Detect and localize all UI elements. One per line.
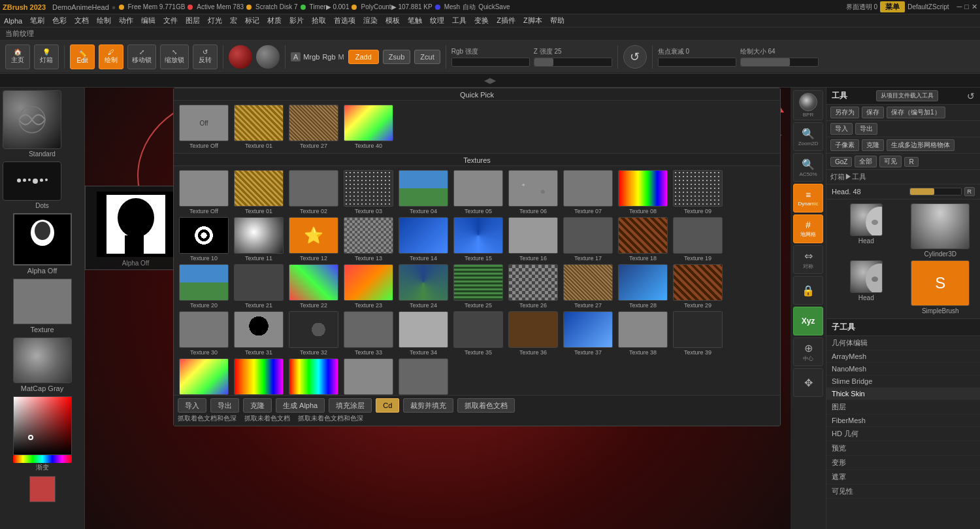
alpha-thumb[interactable] (13, 213, 72, 265)
sub-div-btn[interactable]: 子像素 (830, 139, 859, 151)
all-btn[interactable]: 全部 (855, 156, 877, 167)
simplebrush-tool[interactable]: S SimpleBrush (905, 260, 977, 315)
matcap-thumb[interactable] (13, 337, 72, 383)
tex-21-item[interactable]: Texture 21 (233, 264, 285, 309)
rotate-btn[interactable]: ↺ 反转 (193, 44, 218, 69)
tex-03-item[interactable]: Texture 03 (342, 170, 395, 214)
home-btn[interactable]: 🏠 主页 (5, 44, 30, 69)
menu-doc[interactable]: 文档 (74, 16, 89, 26)
tex-24-item[interactable]: Texture 24 (397, 264, 449, 309)
hd-geo-item[interactable]: HD 几何 (826, 427, 980, 441)
tex-16-item[interactable]: Texture 16 (507, 217, 559, 262)
menu-prefs[interactable]: 首选项 (334, 16, 355, 26)
tex-27-item[interactable]: Texture 27 (562, 264, 614, 309)
refresh-icon[interactable]: ↺ (967, 91, 975, 101)
head-r-btn[interactable]: R (964, 187, 975, 196)
color-picker[interactable] (13, 396, 72, 455)
menu-btn[interactable]: 菜单 (880, 1, 905, 12)
center-btn[interactable]: ⊕ 中心 (793, 337, 823, 366)
tex-43-item[interactable]: Texture 43 (342, 358, 395, 395)
tex-39-item[interactable]: Texture 39 (672, 311, 724, 356)
menu-alpha[interactable]: Alpha (4, 17, 22, 25)
tex-41-item[interactable]: Texture 41 (233, 358, 285, 395)
menu-help[interactable]: 帮助 (550, 16, 564, 26)
fill-layer-btn[interactable]: 填充涂层 (329, 398, 372, 413)
minimize-icon[interactable]: ─ (957, 3, 962, 11)
rgb-btn[interactable]: Rgb (322, 53, 335, 61)
nano-mesh-item[interactable]: NanoMesh (826, 363, 980, 375)
tex-31-item[interactable]: Texture 31 (233, 311, 285, 356)
grid-btn[interactable]: # 地网格 (793, 214, 823, 243)
rt-export-btn[interactable]: 导出 (855, 123, 877, 135)
tex-35-item[interactable]: Texture 35 (452, 311, 504, 356)
lock-btn[interactable]: 🔒 (793, 276, 823, 305)
tex-34-item[interactable]: Texture 34 (397, 311, 449, 356)
tex-10-item[interactable]: Texture 10 (178, 217, 230, 262)
material-sphere2[interactable] (256, 45, 280, 69)
close-icon[interactable]: ✕ (972, 3, 977, 11)
lightbox-btn[interactable]: 💡 灯箱 (34, 44, 59, 69)
color-swatch[interactable] (29, 476, 56, 502)
tex-01-item[interactable]: Texture 01 (233, 170, 285, 214)
tex-09-item[interactable]: Texture 09 (672, 170, 724, 214)
symmetry-btn[interactable]: ⇔ 对称 (793, 245, 823, 274)
grab-color-btn[interactable]: 抓取着色文档 (457, 398, 515, 413)
menu-macro[interactable]: 宏 (230, 16, 237, 26)
export-btn[interactable]: 导出 (210, 398, 239, 413)
tex-25-item[interactable]: Texture 25 (452, 264, 504, 309)
tex-14-item[interactable]: Texture 14 (397, 217, 449, 262)
tex-04-item[interactable]: Texture 04 (397, 170, 449, 214)
zadd-btn[interactable]: Zadd (348, 50, 379, 64)
head-tool-1[interactable]: Head (830, 203, 902, 258)
tex-13-item[interactable]: Texture 13 (342, 217, 395, 262)
edit-btn[interactable]: ✏️ Edit (70, 44, 95, 69)
make-alpha-btn[interactable]: 生成 Alpha (276, 398, 325, 413)
tex-23-item[interactable]: Texture 23 (342, 264, 395, 309)
hue-bar[interactable] (13, 455, 72, 463)
tex-06-item[interactable]: Texture 06 (507, 170, 559, 214)
thick-skin-item[interactable]: Thick Skin (826, 388, 980, 400)
lightbox-tool-label[interactable]: 灯箱▶工具 (830, 173, 866, 180)
z-strength-slider[interactable] (534, 58, 612, 67)
tex-38-item[interactable]: Texture 38 (617, 311, 669, 356)
geo-edit-item[interactable]: 几何体编辑 (826, 336, 980, 350)
tex-11-item[interactable]: Texture 11 (233, 217, 285, 262)
menu-transform[interactable]: 变换 (474, 16, 489, 26)
tex-40-item[interactable]: Texture 40 (178, 358, 230, 395)
tex-off-item[interactable]: Texture Off (178, 170, 230, 214)
bpr-btn[interactable]: BPR (793, 90, 823, 120)
draw-btn[interactable]: 🖊 绘制 (99, 44, 123, 69)
visible-item[interactable]: 可见性 (826, 485, 980, 499)
default-zscript[interactable]: DefaultZScript (907, 3, 949, 10)
zoom2d-btn[interactable]: 🔍 Zoom2D (793, 122, 823, 151)
menu-zplugin[interactable]: Z插件 (497, 16, 515, 26)
zoom-btn[interactable]: ↺ (623, 45, 647, 69)
menu-file[interactable]: 文件 (163, 16, 178, 26)
menu-color[interactable]: 色彩 (52, 16, 67, 26)
qp-texture-40[interactable]: Texture 40 (342, 105, 395, 149)
menu-material[interactable]: 材质 (267, 16, 282, 26)
rt-import-btn[interactable]: 导入 (830, 123, 853, 135)
rgb-strength-slider[interactable] (451, 58, 530, 67)
deform-item[interactable]: 变形 (826, 456, 980, 470)
menu-stencil[interactable]: 模板 (385, 16, 400, 26)
tex-37-item[interactable]: Texture 37 (562, 311, 614, 356)
zsub-btn[interactable]: Zsub (383, 50, 410, 64)
menu-movie[interactable]: 影片 (289, 16, 304, 26)
tex-05-item[interactable]: Texture 05 (452, 170, 504, 214)
menu-texture[interactable]: 纹理 (430, 16, 444, 26)
zcut-btn[interactable]: Zcut (414, 50, 440, 64)
tex-15-item[interactable]: Texture 15 (452, 217, 504, 262)
menu-draw[interactable]: 绘制 (97, 16, 111, 26)
qp-texture-off[interactable]: Off Texture Off (178, 105, 230, 149)
xyz-btn[interactable]: Xyz (793, 307, 823, 335)
head-48-slider[interactable] (909, 188, 962, 196)
maximize-icon[interactable]: □ (964, 3, 969, 11)
move2-btn[interactable]: ✥ (793, 368, 823, 397)
tex-33-item[interactable]: Texture 33 (342, 311, 395, 356)
save-as-btn[interactable]: 另存为 (830, 107, 859, 118)
quicksave-btn[interactable]: QuickSave (478, 3, 510, 10)
texture-thumb[interactable] (13, 279, 72, 324)
array-mesh-item[interactable]: ArrayMesh (826, 350, 980, 363)
tex-26-item[interactable]: Texture 26 (507, 264, 559, 309)
